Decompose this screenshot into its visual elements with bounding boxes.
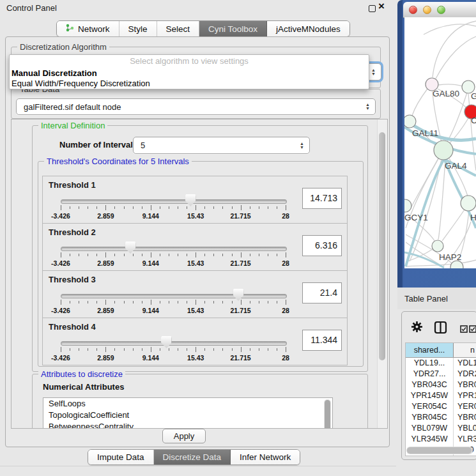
network-window-titlebar[interactable]: [403, 2, 476, 18]
threshold-slider[interactable]: -3.4262.8599.14415.4321.71528: [61, 197, 286, 223]
network-node[interactable]: [404, 115, 416, 128]
network-canvas[interactable]: GAL80GACGAL11GAL4GCY1HHAP2: [404, 17, 476, 268]
table-cell[interactable]: YDL19...: [406, 358, 454, 369]
table-row[interactable]: YBR045CYBR0: [406, 412, 476, 423]
network-node-label: GA: [471, 91, 476, 101]
network-edge[interactable]: [438, 84, 463, 86]
tab-cyni-toolbox[interactable]: Cyni Toolbox: [199, 21, 267, 36]
algorithm-option-equal-width[interactable]: Equal Width/Frequency Discretization: [10, 79, 369, 89]
slider-ticks: [61, 300, 286, 305]
tab-jactivemnodules[interactable]: jActiveMNodules: [267, 21, 349, 36]
algorithm-option-manual[interactable]: Manual Discretization: [10, 68, 369, 79]
tab-impute-data[interactable]: Impute Data: [88, 450, 154, 464]
table-row[interactable]: YBR043CYBR0: [406, 380, 476, 390]
table-horizontal-scrollbar-thumb[interactable]: [407, 447, 472, 454]
settings-scrollbar[interactable]: [377, 119, 387, 428]
network-edge[interactable]: [424, 24, 476, 35]
zoom-traffic-light-icon[interactable]: [437, 6, 445, 14]
column-header-shared-name[interactable]: shared...: [406, 343, 454, 357]
attribute-list-item[interactable]: TopologicalCoefficient: [43, 410, 332, 421]
network-node-label: C: [471, 116, 476, 125]
slider-track[interactable]: [61, 247, 287, 251]
threshold-value-field[interactable]: 14.713: [302, 188, 342, 209]
checkbox-checked-icon[interactable]: [460, 324, 468, 335]
tab-style[interactable]: Style: [119, 21, 157, 36]
slider-tick-labels: -3.4262.8599.14415.4321.71528: [61, 307, 286, 315]
column-header-name[interactable]: n: [454, 343, 476, 357]
tab-network-label: Network: [78, 24, 110, 34]
table-cell[interactable]: YDR27...: [406, 369, 454, 380]
threshold-slider[interactable]: -3.4262.8599.14415.4321.71528: [61, 245, 286, 270]
threshold-slider[interactable]: -3.4262.8599.14415.4321.71528: [61, 339, 286, 365]
table-cell[interactable]: YBR045C: [406, 412, 454, 423]
table-cell[interactable]: YER0: [454, 401, 476, 412]
tab-infer-network[interactable]: Infer Network: [231, 450, 300, 464]
table-row[interactable]: YDL19...YDL1: [406, 358, 476, 369]
table-data-combobox[interactable]: galFiltered.sif default node ▲▼: [16, 98, 376, 115]
close-icon[interactable]: ×: [378, 0, 385, 13]
tab-discretize-data[interactable]: Discretize Data: [154, 450, 231, 464]
table-row[interactable]: YER054CYER0: [406, 401, 476, 412]
network-node[interactable]: [434, 141, 453, 160]
attributes-list-scrollbar[interactable]: [324, 399, 331, 429]
network-edge[interactable]: [410, 157, 439, 209]
number-of-intervals-label: Number of Intervals: [59, 140, 137, 150]
table-cell[interactable]: YPR145W: [406, 390, 454, 401]
attribute-table: shared... n YDL19...YDL1YDR27...YDR2YBR0…: [405, 342, 476, 456]
network-node[interactable]: [432, 240, 443, 252]
network-edge[interactable]: [412, 89, 427, 116]
slider-track[interactable]: [61, 294, 287, 298]
table-row[interactable]: YBL079WYBL0: [406, 423, 476, 434]
threshold-value-field[interactable]: 21.4: [302, 282, 342, 303]
network-node[interactable]: [404, 199, 411, 212]
table-row[interactable]: YPR145WYPR1: [406, 390, 476, 401]
table-cell[interactable]: YBR0: [454, 412, 476, 423]
table-cell[interactable]: YLR345W: [406, 434, 454, 445]
gear-icon[interactable]: [411, 321, 423, 335]
slider-track[interactable]: [61, 199, 287, 204]
table-cell[interactable]: YBL0: [454, 423, 476, 434]
tab-network[interactable]: Network: [57, 21, 119, 36]
settings-scroll-area: Interval Definition Number of Intervals …: [11, 119, 388, 429]
tab-select[interactable]: Select: [157, 21, 200, 36]
table-cell[interactable]: YPR1: [454, 390, 476, 401]
slider-track[interactable]: [61, 341, 287, 346]
checkbox-checked-icon[interactable]: [469, 324, 476, 335]
network-edge[interactable]: [436, 36, 476, 79]
numerical-attributes-list[interactable]: SelfLoopsTopologicalCoefficientBetweenne…: [43, 397, 333, 429]
settings-scrollbar-thumb[interactable]: [379, 132, 385, 360]
table-row[interactable]: YDR27...YDR2: [406, 369, 476, 380]
table-row[interactable]: YLR345WYLR3: [406, 434, 476, 445]
float-window-icon[interactable]: [369, 5, 376, 12]
threshold-coordinates-title: Threshold's Coordinates for 5 Intervals: [44, 157, 192, 166]
threshold-label: Threshold 3: [49, 275, 96, 284]
threshold-slider[interactable]: -3.4262.8599.14415.4321.71528: [61, 292, 286, 318]
close-traffic-light-icon[interactable]: [409, 6, 417, 14]
network-edge[interactable]: [433, 21, 476, 77]
table-horizontal-scrollbar[interactable]: [406, 447, 473, 454]
slider-ticks: [61, 205, 286, 211]
split-columns-icon[interactable]: [434, 321, 447, 337]
table-cell[interactable]: YBR043C: [406, 380, 454, 390]
apply-button[interactable]: Apply: [162, 429, 206, 443]
attribute-list-item[interactable]: BetweennessCentrality: [43, 421, 332, 429]
table-cell[interactable]: YER054C: [406, 401, 454, 412]
table-cell[interactable]: YBL079W: [406, 423, 454, 434]
network-edge[interactable]: [438, 160, 445, 240]
threshold-row-3: Threshold 3-3.4262.8599.14415.4321.71528…: [42, 270, 348, 318]
threshold-value-field[interactable]: 11.344: [302, 330, 342, 351]
bottom-divider: [0, 466, 396, 466]
table-cell[interactable]: YDR2: [454, 369, 476, 380]
cyni-toolbox-panel: Discretization Algorithm ▲▼ Select algor…: [5, 36, 390, 447]
attribute-list-item[interactable]: SelfLoops: [43, 398, 332, 410]
table-cell[interactable]: YDL1: [454, 358, 476, 369]
table-cell[interactable]: YLR3: [454, 434, 476, 445]
slider-tick-labels: -3.4262.8599.14415.4321.71528: [61, 259, 286, 268]
network-edge[interactable]: [442, 210, 464, 241]
number-of-intervals-combobox[interactable]: 5 ▲▼: [133, 137, 310, 154]
table-cell[interactable]: YBR0: [454, 380, 476, 390]
threshold-value-field[interactable]: 6.316: [302, 235, 342, 256]
network-node[interactable]: [461, 196, 476, 211]
combobox-stepper-icon: ▲▼: [365, 103, 370, 111]
minimize-traffic-light-icon[interactable]: [423, 6, 431, 14]
